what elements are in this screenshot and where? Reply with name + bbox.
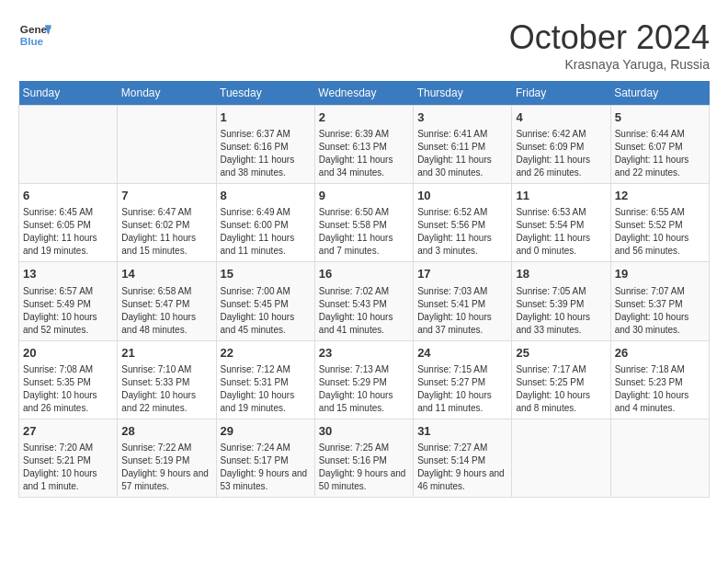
day-number: 6 (23, 188, 113, 204)
day-number: 27 (23, 423, 113, 440)
calendar-cell: 19Sunrise: 7:07 AMSunset: 5:37 PMDayligh… (610, 262, 709, 340)
day-number: 14 (121, 266, 211, 282)
logo: General Blue (18, 18, 51, 52)
calendar-cell: 16Sunrise: 7:02 AMSunset: 5:43 PMDayligh… (314, 262, 413, 340)
day-info: Sunrise: 6:53 AMSunset: 5:54 PMDaylight:… (516, 206, 606, 258)
day-number: 18 (516, 266, 606, 282)
day-number: 23 (319, 345, 409, 362)
day-of-week-header: Tuesday (216, 81, 314, 106)
day-number: 25 (516, 345, 606, 362)
day-number: 19 (615, 266, 705, 282)
day-info: Sunrise: 6:44 AMSunset: 6:07 PMDaylight:… (615, 128, 705, 179)
calendar-cell: 3Sunrise: 6:41 AMSunset: 6:11 PMDaylight… (414, 106, 512, 184)
calendar-cell: 12Sunrise: 6:55 AMSunset: 5:52 PMDayligh… (610, 184, 709, 262)
day-info: Sunrise: 6:57 AMSunset: 5:49 PMDaylight:… (23, 285, 113, 337)
calendar-cell: 15Sunrise: 7:00 AMSunset: 5:45 PMDayligh… (216, 262, 314, 340)
location: Krasnaya Yaruga, Russia (509, 57, 710, 72)
day-info: Sunrise: 7:08 AMSunset: 5:35 PMDaylight:… (23, 363, 113, 415)
calendar-cell: 1Sunrise: 6:37 AMSunset: 6:16 PMDaylight… (216, 106, 314, 184)
calendar-cell: 24Sunrise: 7:15 AMSunset: 5:27 PMDayligh… (414, 340, 512, 419)
day-info: Sunrise: 6:42 AMSunset: 6:09 PMDaylight:… (516, 128, 606, 179)
calendar-cell: 14Sunrise: 6:58 AMSunset: 5:47 PMDayligh… (118, 262, 216, 340)
day-number: 22 (221, 345, 311, 362)
day-info: Sunrise: 7:10 AMSunset: 5:33 PMDaylight:… (121, 363, 211, 415)
day-info: Sunrise: 7:20 AMSunset: 5:21 PMDaylight:… (23, 442, 113, 493)
calendar-cell: 7Sunrise: 6:47 AMSunset: 6:02 PMDaylight… (118, 184, 216, 262)
day-info: Sunrise: 7:15 AMSunset: 5:27 PMDaylight:… (417, 363, 507, 415)
day-number: 5 (615, 109, 705, 126)
calendar-cell: 21Sunrise: 7:10 AMSunset: 5:33 PMDayligh… (118, 340, 216, 419)
day-info: Sunrise: 6:39 AMSunset: 6:13 PMDaylight:… (319, 128, 409, 179)
day-number: 9 (319, 188, 409, 204)
month-title: October 2024 (509, 18, 710, 57)
calendar-cell: 8Sunrise: 6:49 AMSunset: 6:00 PMDaylight… (216, 184, 314, 262)
calendar-cell: 20Sunrise: 7:08 AMSunset: 5:35 PMDayligh… (19, 340, 118, 419)
day-info: Sunrise: 7:05 AMSunset: 5:39 PMDaylight:… (516, 285, 606, 337)
title-block: October 2024 Krasnaya Yaruga, Russia (509, 18, 710, 72)
calendar-week-row: 6Sunrise: 6:45 AMSunset: 6:05 PMDaylight… (19, 184, 710, 262)
calendar-cell: 17Sunrise: 7:03 AMSunset: 5:41 PMDayligh… (414, 262, 512, 340)
day-number: 4 (516, 109, 606, 126)
day-info: Sunrise: 7:03 AMSunset: 5:41 PMDaylight:… (417, 285, 507, 337)
calendar-cell (512, 419, 610, 497)
calendar-cell: 2Sunrise: 6:39 AMSunset: 6:13 PMDaylight… (314, 106, 413, 184)
day-number: 16 (319, 266, 409, 282)
calendar-cell (19, 106, 118, 184)
calendar-cell: 18Sunrise: 7:05 AMSunset: 5:39 PMDayligh… (512, 262, 610, 340)
calendar-cell (610, 419, 709, 497)
logo-icon: General Blue (18, 18, 51, 52)
calendar-cell: 22Sunrise: 7:12 AMSunset: 5:31 PMDayligh… (216, 340, 314, 419)
day-number: 7 (121, 188, 211, 204)
calendar-cell: 28Sunrise: 7:22 AMSunset: 5:19 PMDayligh… (118, 419, 216, 497)
calendar-week-row: 20Sunrise: 7:08 AMSunset: 5:35 PMDayligh… (19, 340, 710, 419)
day-info: Sunrise: 7:12 AMSunset: 5:31 PMDaylight:… (221, 363, 311, 415)
calendar-week-row: 13Sunrise: 6:57 AMSunset: 5:49 PMDayligh… (19, 262, 710, 340)
day-info: Sunrise: 7:24 AMSunset: 5:17 PMDaylight:… (221, 442, 311, 493)
day-info: Sunrise: 6:41 AMSunset: 6:11 PMDaylight:… (417, 128, 507, 179)
day-info: Sunrise: 7:02 AMSunset: 5:43 PMDaylight:… (319, 285, 409, 337)
day-number: 31 (417, 423, 507, 440)
day-number: 1 (221, 109, 311, 126)
day-info: Sunrise: 6:37 AMSunset: 6:16 PMDaylight:… (221, 128, 311, 179)
day-number: 11 (516, 188, 606, 204)
day-number: 20 (23, 345, 113, 362)
day-number: 24 (417, 345, 507, 362)
calendar-cell: 11Sunrise: 6:53 AMSunset: 5:54 PMDayligh… (512, 184, 610, 262)
calendar-cell: 31Sunrise: 7:27 AMSunset: 5:14 PMDayligh… (414, 419, 512, 497)
calendar-cell: 5Sunrise: 6:44 AMSunset: 6:07 PMDaylight… (610, 106, 709, 184)
day-number: 17 (417, 266, 507, 282)
day-info: Sunrise: 7:17 AMSunset: 5:25 PMDaylight:… (516, 363, 606, 415)
day-info: Sunrise: 6:47 AMSunset: 6:02 PMDaylight:… (121, 206, 211, 258)
day-of-week-header: Sunday (19, 81, 118, 106)
day-number: 12 (615, 188, 705, 204)
calendar-week-row: 27Sunrise: 7:20 AMSunset: 5:21 PMDayligh… (19, 419, 710, 497)
day-number: 3 (417, 109, 507, 126)
day-number: 26 (615, 345, 705, 362)
day-info: Sunrise: 6:55 AMSunset: 5:52 PMDaylight:… (615, 206, 705, 258)
day-of-week-header: Wednesday (314, 81, 413, 106)
day-of-week-header: Saturday (610, 81, 709, 106)
day-number: 10 (417, 188, 507, 204)
day-of-week-header: Thursday (414, 81, 512, 106)
calendar-cell: 10Sunrise: 6:52 AMSunset: 5:56 PMDayligh… (414, 184, 512, 262)
day-of-week-header: Monday (118, 81, 216, 106)
day-number: 15 (221, 266, 311, 282)
day-info: Sunrise: 7:13 AMSunset: 5:29 PMDaylight:… (319, 363, 409, 415)
calendar-cell: 27Sunrise: 7:20 AMSunset: 5:21 PMDayligh… (19, 419, 118, 497)
calendar-table: SundayMondayTuesdayWednesdayThursdayFrid… (18, 81, 710, 498)
day-info: Sunrise: 6:52 AMSunset: 5:56 PMDaylight:… (417, 206, 507, 258)
calendar-cell: 13Sunrise: 6:57 AMSunset: 5:49 PMDayligh… (19, 262, 118, 340)
day-number: 29 (221, 423, 311, 440)
day-number: 28 (121, 423, 211, 440)
calendar-cell: 29Sunrise: 7:24 AMSunset: 5:17 PMDayligh… (216, 419, 314, 497)
calendar-cell: 6Sunrise: 6:45 AMSunset: 6:05 PMDaylight… (19, 184, 118, 262)
day-number: 21 (121, 345, 211, 362)
day-number: 2 (319, 109, 409, 126)
day-number: 13 (23, 266, 113, 282)
day-number: 30 (319, 423, 409, 440)
calendar-cell: 25Sunrise: 7:17 AMSunset: 5:25 PMDayligh… (512, 340, 610, 419)
day-info: Sunrise: 6:50 AMSunset: 5:58 PMDaylight:… (319, 206, 409, 258)
svg-text:Blue: Blue (20, 35, 44, 47)
page-header: General Blue October 2024 Krasnaya Yarug… (18, 18, 710, 72)
calendar-cell: 4Sunrise: 6:42 AMSunset: 6:09 PMDaylight… (512, 106, 610, 184)
